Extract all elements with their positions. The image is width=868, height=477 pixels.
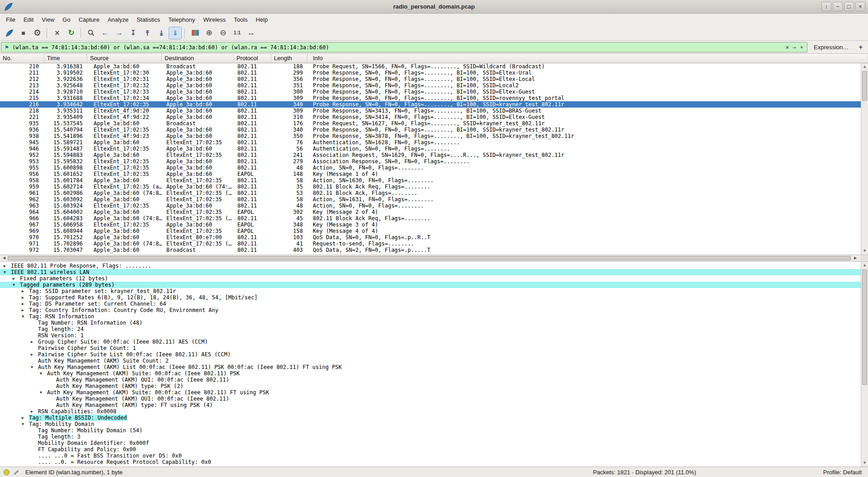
packet-row[interactable]: 97215.703047Apple_3a:bd:60Broadcast802.1… <box>0 247 861 253</box>
detail-row[interactable]: Tag length: 3 <box>0 434 861 440</box>
expander-collapsed-icon[interactable]: ▸ <box>31 408 33 415</box>
detail-row[interactable]: ▸Group Cipher Suite: 00:0f:ac (Ieee 802.… <box>0 339 861 345</box>
packet-row[interactable]: 2213.935409EltexEnt_4f:9d:22Apple_3a:bd:… <box>0 114 861 120</box>
menu-wireless[interactable]: Wireless <box>199 14 230 25</box>
details-scroll-down-icon[interactable]: ▼ <box>861 460 868 466</box>
packet-row[interactable]: 94615.591487EltexEnt_17:02:35Apple_3a:bd… <box>0 146 861 152</box>
expander-collapsed-icon[interactable]: ▸ <box>22 294 24 301</box>
go-to-packet-button[interactable]: ↧ <box>127 27 140 39</box>
detail-row[interactable]: ▸Pairwise Cipher Suite List 00:0f:ac (Ie… <box>0 351 861 358</box>
display-filter-input[interactable]: ⚑ (wlan.ta == 74:81:14:3a:bd:60) or (wla… <box>1 42 807 52</box>
col-header-length[interactable]: Length <box>271 54 307 63</box>
filter-dropdown-icon[interactable]: ▾ <box>800 44 803 50</box>
capture-options-button[interactable]: ⚙ <box>31 27 44 39</box>
maximize-button[interactable]: □ <box>844 2 854 11</box>
detail-row[interactable]: ▾IEEE 802.11 wireless LAN <box>0 269 861 275</box>
colorize-button[interactable] <box>189 27 202 39</box>
go-forward-button[interactable]: → <box>113 27 126 39</box>
col-header-protocol[interactable]: Protocol <box>234 54 271 63</box>
menu-go[interactable]: Go <box>58 14 74 25</box>
expander-expanded-icon[interactable]: ▾ <box>13 282 15 288</box>
packet-list-vscrollbar[interactable]: ▲ ▼ <box>861 63 868 255</box>
detail-row[interactable]: RSN Version: 1 <box>0 332 861 339</box>
menu-tools[interactable]: Tools <box>230 14 251 25</box>
expander-expanded-icon[interactable]: ▾ <box>40 389 42 396</box>
detail-row[interactable]: Tag Number: Mobility Domain (54) <box>0 427 861 434</box>
menu-capture[interactable]: Capture <box>75 14 104 25</box>
detail-row[interactable]: .... ...0 = Fast BSS Transition over DS:… <box>0 453 861 459</box>
detail-row[interactable]: ▸Fixed parameters (12 bytes) <box>0 275 861 282</box>
detail-row[interactable]: ▸RSN Capabilities: 0x0008 <box>0 408 861 415</box>
zoom-in-button[interactable]: ⊕ <box>203 27 216 39</box>
menu-file[interactable]: File <box>2 14 19 25</box>
expander-expanded-icon[interactable]: ▾ <box>4 269 6 275</box>
close-button[interactable]: × <box>855 2 865 11</box>
detail-row[interactable]: ▾Tag: Mobility Domain <box>0 421 861 427</box>
detail-row[interactable]: ▸Tag: DS Parameter set: Current Channel:… <box>0 301 861 307</box>
menu-edit[interactable]: Edit <box>19 14 38 25</box>
expander-expanded-icon[interactable]: ▾ <box>40 370 42 377</box>
detail-row[interactable]: Auth Key Management (AKM) OUI: 00:0f:ac … <box>0 377 861 383</box>
packet-row[interactable]: 96715.606958EltexEnt_17:02:35Apple_3a:bd… <box>0 222 861 228</box>
packet-row[interactable]: 95615.601652EltexEnt_17:02:35Apple_3a:bd… <box>0 171 861 177</box>
expander-collapsed-icon[interactable]: ▸ <box>22 307 24 313</box>
expander-collapsed-icon[interactable]: ▸ <box>13 275 15 282</box>
col-header-time[interactable]: Time <box>44 54 87 63</box>
resize-columns-button[interactable]: ↔ <box>245 27 258 39</box>
capture-comment-icon[interactable] <box>14 469 20 475</box>
col-header-destination[interactable]: Destination <box>162 54 234 63</box>
packet-row[interactable]: 2153.931688EltexEnt_17:02:34Apple_3a:bd:… <box>0 95 861 101</box>
packet-row[interactable]: 93815.541896EltexEnt_4f:9d:23Apple_3a:bd… <box>0 133 861 139</box>
expander-collapsed-icon[interactable]: ▸ <box>4 263 6 269</box>
details-scroll-up-icon[interactable]: ▲ <box>861 262 868 269</box>
packet-row[interactable]: 95815.601784Apple_3a:bd:60EltexEnt_17:02… <box>0 177 861 184</box>
menu-help[interactable]: Help <box>252 14 272 25</box>
zoom-out-button[interactable]: ⊖ <box>217 27 230 39</box>
packet-row[interactable]: 95915.602714EltexEnt_17:02:35 (a…Apple_3… <box>0 184 861 190</box>
packet-row[interactable]: 95515.600898EltexEnt_17:02:35Apple_3a:bd… <box>0 165 861 171</box>
detail-row[interactable]: Pairwise Cipher Suite Count: 1 <box>0 345 861 351</box>
expander-collapsed-icon[interactable]: ▸ <box>22 415 24 421</box>
keep-above-button[interactable]: ↑ <box>821 2 831 11</box>
detail-row[interactable]: ▾Auth Key Management (AKM) Suite: 00:0f:… <box>0 389 861 396</box>
scroll-up-icon[interactable]: ▲ <box>861 64 868 70</box>
find-packet-button[interactable] <box>85 27 98 39</box>
packet-row[interactable]: 2123.922636EltexEnt_17:02:31Apple_3a:bd:… <box>0 76 861 82</box>
packet-row[interactable]: 95215.594883Apple_3a:bd:60EltexEnt_17:02… <box>0 152 861 158</box>
packet-row[interactable]: 93515.537545Apple_3a:bd:60Broadcast802.1… <box>0 120 861 127</box>
packet-row[interactable]: 2133.925648EltexEnt_17:02:32Apple_3a:bd:… <box>0 82 861 89</box>
auto-scroll-button[interactable]: ⇓ <box>169 27 182 39</box>
expander-expanded-icon[interactable]: ▾ <box>22 313 24 320</box>
packet-row[interactable]: 96315.603924EltexEnt_17:02:35Apple_3a:bd… <box>0 203 861 209</box>
packet-row[interactable]: 96115.602986Apple_3a:bd:60 (74:8…EltexEn… <box>0 190 861 196</box>
menu-view[interactable]: View <box>38 14 58 25</box>
detail-row[interactable]: ▾Auth Key Management (AKM) List 00:0f:ac… <box>0 364 861 370</box>
detail-row[interactable]: ▸Tag: Multiple BSSID: Undecoded <box>0 415 861 421</box>
detail-row[interactable]: ▾Tagged parameters (289 bytes) <box>0 282 861 288</box>
packet-row[interactable]: 2143.928710EltexEnt_17:02:33Apple_3a:bd:… <box>0 89 861 95</box>
scroll-left-icon[interactable]: ◀ <box>0 255 8 261</box>
packet-row[interactable]: 96615.604283Apple_3a:bd:60 (74:8…EltexEn… <box>0 215 861 222</box>
expert-info-icon[interactable] <box>4 469 9 475</box>
detail-row[interactable]: ▾Auth Key Management (AKM) Suite: 00:0f:… <box>0 370 861 377</box>
detail-row[interactable]: Auth Key Management (AKM) OUI: 00:0f:ac … <box>0 396 861 402</box>
packet-row[interactable]: 96215.603092Apple_3a:bd:60EltexEnt_17:02… <box>0 196 861 203</box>
packet-row[interactable]: 94515.589721Apple_3a:bd:60EltexEnt_17:02… <box>0 139 861 146</box>
expander-collapsed-icon[interactable]: ▸ <box>31 339 33 345</box>
packet-list-hscrollbar[interactable]: ◀ ▶ <box>0 255 868 262</box>
detail-row[interactable]: Tag Number: RSN Information (48) <box>0 320 861 326</box>
detail-row[interactable]: ▸Tag: SSID parameter set: krayner_test_8… <box>0 288 861 294</box>
detail-row[interactable]: Auth Key Management (AKM) type: PSK (2) <box>0 383 861 389</box>
status-profile[interactable]: Profile: Default <box>823 469 862 476</box>
filter-clear-icon[interactable]: × <box>786 44 789 50</box>
packet-row[interactable]: 96415.604002Apple_3a:bd:60EltexEnt_17:02… <box>0 209 861 215</box>
scroll-right-icon[interactable]: ▶ <box>852 255 859 261</box>
packet-row[interactable]: 2163.934642EltexEnt_17:02:35Apple_3a:bd:… <box>0 101 861 108</box>
detail-row[interactable]: FT Capability and Policy: 0x00 <box>0 446 861 453</box>
hscroll-thumb[interactable] <box>8 256 851 260</box>
packet-row[interactable]: 2183.935311EltexEnt_4f:9d:20Apple_3a:bd:… <box>0 108 861 114</box>
col-header-no[interactable]: No. <box>0 54 44 63</box>
filter-apply-icon[interactable]: → <box>793 44 796 50</box>
minimize-button[interactable]: − <box>833 2 843 11</box>
detail-row[interactable]: ▸Tag: Country Information: Country Code … <box>0 307 861 313</box>
